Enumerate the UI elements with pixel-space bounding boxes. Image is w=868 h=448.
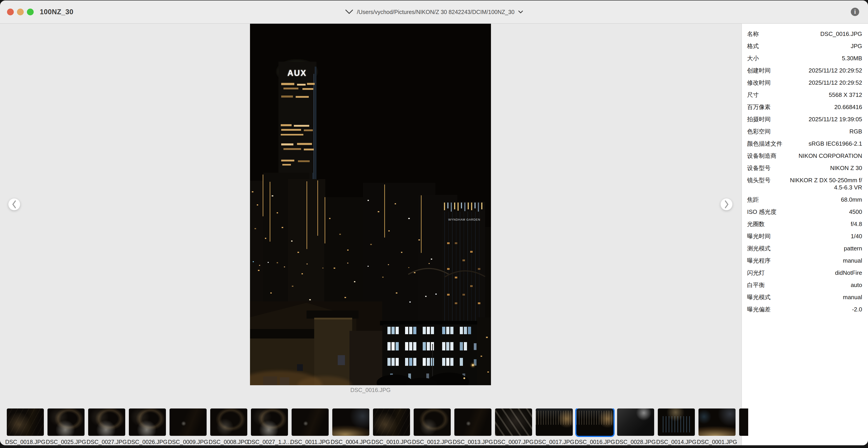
thumbnail-item[interactable]: DSC_0009.JPG [169, 409, 207, 445]
metadata-value: pattern [844, 245, 862, 252]
thumbnail-image[interactable] [495, 409, 532, 436]
photo-caption: DSC_0016.JPG [250, 387, 491, 393]
thumbnail-item[interactable]: DSC_0026.JPG [129, 409, 166, 445]
metadata-row: 大小5.30MB [747, 52, 862, 64]
thumbnail-item[interactable] [739, 409, 748, 439]
thumbnail-item[interactable]: DSC_0008.JPG [210, 409, 247, 445]
thumbnail-image[interactable] [658, 409, 695, 436]
thumbnail-item[interactable]: DSC_0027_1.J… [251, 409, 288, 445]
thumbnail-filename: DSC_0026.JPG [127, 439, 167, 445]
metadata-value: NIKON CORPORATION [799, 152, 862, 160]
thumbnail-image[interactable] [7, 409, 44, 436]
thumbnail-image-selected[interactable] [577, 409, 614, 436]
chevron-right-icon [724, 200, 729, 209]
metadata-label: 闪光灯 [747, 269, 765, 276]
next-photo-button[interactable] [721, 199, 733, 210]
info-button[interactable]: i [851, 8, 859, 16]
metadata-value: sRGB IEC61966-2.1 [809, 140, 862, 147]
thumbnail-image[interactable] [699, 409, 736, 436]
thumbnail-item[interactable]: DSC_0007.JPG [495, 409, 532, 445]
thumbnail-item[interactable]: DSC_0004.JPG [332, 409, 369, 445]
thumbnail-item[interactable]: DSC_0028.JPG [617, 409, 654, 445]
metadata-label: 曝光模式 [747, 294, 771, 301]
metadata-label: 尺寸 [747, 91, 759, 98]
photo-preview: AUX AUX [250, 24, 491, 385]
thumbnail-image[interactable] [251, 409, 288, 436]
metadata-value: NIKKOR Z DX 50-250mm f/ 4.5-6.3 VR [790, 177, 862, 191]
previous-photo-button[interactable] [8, 199, 20, 210]
titlebar: 100NZ_30 /Users/vychod/Pictures/NIKON/Z … [0, 0, 868, 24]
chevron-left-icon [11, 200, 17, 209]
metadata-label: 格式 [747, 42, 759, 50]
thumbnail-image[interactable] [414, 409, 451, 436]
folder-path-text: /Users/vychod/Pictures/NIKON/Z 30 824224… [357, 8, 515, 15]
folder-path-dropdown[interactable]: /Users/vychod/Pictures/NIKON/Z 30 824224… [345, 8, 523, 15]
metadata-value: NIKON Z 30 [830, 164, 862, 172]
metadata-row: 光圈数f/4.8 [747, 218, 862, 230]
thumbnail-image[interactable] [454, 409, 491, 436]
close-button[interactable] [7, 8, 14, 15]
thumbnail-item[interactable]: DSC_0018.JPG [7, 409, 44, 445]
metadata-label: 修改时间 [747, 79, 771, 86]
metadata-row: 白平衡auto [747, 279, 862, 291]
metadata-row: 尺寸5568 X 3712 [747, 89, 862, 101]
thumbnail-item[interactable]: DSC_0027.JPG [88, 409, 125, 445]
traffic-lights [7, 8, 34, 15]
metadata-row: 闪光灯didNotFire [747, 267, 862, 279]
metadata-row: 镜头型号NIKKOR Z DX 50-250mm f/ 4.5-6.3 VR [747, 174, 862, 194]
svg-text:AUX: AUX [287, 68, 307, 78]
thumbnail-item[interactable]: DSC_0025.JPG [48, 409, 85, 445]
metadata-value: 1/40 [850, 233, 862, 240]
thumbnail-image[interactable] [210, 409, 247, 436]
thumbnail-filename: DSC_0008.JPG [209, 439, 249, 445]
thumbnail-item[interactable]: DSC_0014.JPG [658, 409, 695, 445]
thumbnail-item[interactable]: DSC_0017.JPG [536, 409, 573, 445]
thumbnail-image[interactable] [291, 409, 329, 436]
metadata-label: 光圈数 [747, 220, 765, 228]
thumbnail-item[interactable]: DSC_0012.JPG [414, 409, 451, 445]
metadata-label: 拍摄时间 [747, 115, 771, 123]
thumbnail-filename: DSC_0007.JPG [493, 439, 534, 445]
metadata-row: 曝光模式manual [747, 291, 862, 303]
minimize-button[interactable] [17, 8, 24, 15]
metadata-value: 5568 X 3712 [829, 91, 862, 98]
thumbnail-image[interactable] [88, 409, 125, 436]
thumbnail-image[interactable] [332, 409, 369, 436]
thumbnail-filename: DSC_0025.JPG [46, 439, 86, 445]
thumbnail-item[interactable]: DSC_0011.JPG [291, 409, 329, 445]
metadata-value: 5.30MB [842, 55, 862, 62]
thumbnail-filename: DSC_0017.JPG [534, 439, 575, 445]
thumbnail-image[interactable] [536, 409, 573, 436]
thumbnail-filename: DSC_0013.JPG [453, 439, 493, 445]
thumbnail-image[interactable] [129, 409, 166, 436]
metadata-label: 设备型号 [747, 164, 771, 172]
thumbnail-item[interactable]: DSC_0010.JPG [373, 409, 410, 445]
metadata-row: 名称DSC_0016.JPG [747, 28, 862, 40]
metadata-value: 2025/11/12 19:39:05 [809, 115, 862, 123]
svg-text:WYNDHAM GARDEN: WYNDHAM GARDEN [448, 218, 480, 221]
metadata-row: 创建时间2025/11/12 20:29:52 [747, 64, 862, 76]
thumbnail-item[interactable]: DSC_0013.JPG [454, 409, 491, 445]
thumbnail-filename: DSC_0018.JPG [5, 439, 45, 445]
thumbnail-item[interactable]: DSC_0001.JPG [699, 409, 736, 445]
metadata-value: -2.0 [852, 306, 862, 313]
thumbnail-strip[interactable]: DSC_0018.JPGDSC_0025.JPGDSC_0027.JPGDSC_… [0, 409, 748, 445]
thumbnail-image[interactable] [169, 409, 207, 436]
metadata-label: 镜头型号 [747, 177, 771, 184]
metadata-row: 测光模式pattern [747, 242, 862, 254]
thumbnail-item[interactable]: DSC_0016.JPG [577, 409, 614, 445]
lower-right-buildings [477, 317, 491, 385]
thumbnail-filename: DSC_0027.JPG [87, 439, 127, 445]
thumbnail-image[interactable] [48, 409, 85, 436]
metadata-value: DSC_0016.JPG [820, 30, 862, 37]
thumbnail-filename: DSC_0009.JPG [168, 439, 208, 445]
zoom-window-button[interactable] [27, 8, 34, 15]
thumbnail-image[interactable] [373, 409, 410, 436]
metadata-label: 曝光时间 [747, 233, 771, 240]
thumbnail-image[interactable] [617, 409, 654, 436]
metadata-row: 百万像素20.668416 [747, 101, 862, 113]
metadata-label: 曝光程序 [747, 257, 771, 264]
metadata-value: manual [843, 257, 862, 264]
metadata-row: 拍摄时间2025/11/12 19:39:05 [747, 113, 862, 125]
thumbnail-image[interactable] [739, 409, 748, 436]
